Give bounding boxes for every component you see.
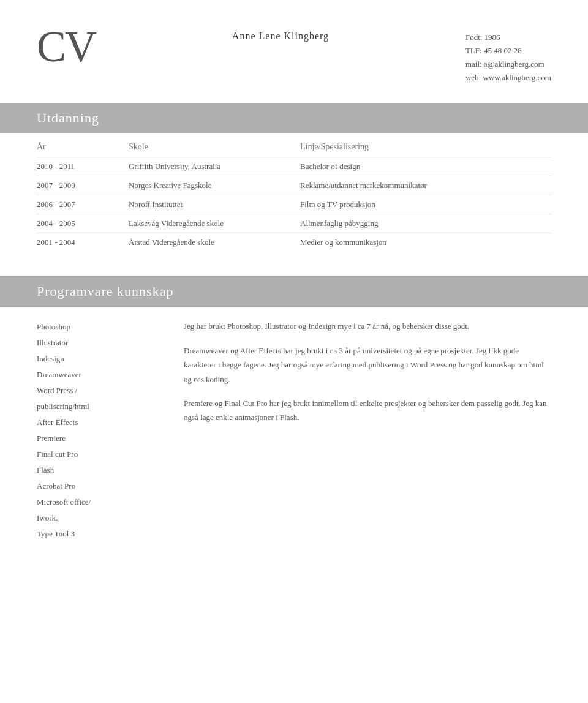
education-row: 2001 - 2004Årstad Videregående skoleMedi… bbox=[37, 233, 551, 252]
edu-school: Griffith University, Australia bbox=[129, 162, 300, 171]
software-item: publisering/html bbox=[37, 399, 159, 415]
education-title: Utdanning bbox=[37, 110, 551, 126]
software-item: Dreamweaver bbox=[37, 367, 159, 383]
software-paragraph: Jeg har brukt Photoshop, Illustrator og … bbox=[184, 319, 551, 333]
software-item: Microsoft office/ bbox=[37, 494, 159, 510]
edu-year: 2001 - 2004 bbox=[37, 238, 129, 247]
edu-linje: Reklame/utdannet merkekommunikatør bbox=[300, 181, 551, 190]
software-item: Photoshop bbox=[37, 319, 159, 335]
software-item: Final cut Pro bbox=[37, 446, 159, 462]
software-item: Word Press / bbox=[37, 383, 159, 399]
header: CV Anne Lene Klingberg Født: 1986 TLF: 4… bbox=[0, 0, 588, 103]
software-item: Illustrator bbox=[37, 335, 159, 351]
cv-logo: CV bbox=[37, 24, 96, 69]
edu-linje: Allmenfaglig påbygging bbox=[300, 219, 551, 228]
edu-linje: Film og TV-produksjon bbox=[300, 200, 551, 209]
education-row: 2004 - 2005Laksevåg Videregående skoleAl… bbox=[37, 214, 551, 233]
contact-info: Født: 1986 TLF: 45 48 02 28 mail: a@akli… bbox=[466, 24, 551, 85]
col-header-school: Skole bbox=[129, 142, 300, 152]
mail-text: mail: a@aklingberg.com bbox=[466, 58, 545, 71]
born-text: Født: 1986 bbox=[466, 31, 500, 44]
edu-year: 2004 - 2005 bbox=[37, 219, 129, 228]
software-item: Iwork. bbox=[37, 510, 159, 526]
edu-school: Norges Kreative Fagskole bbox=[129, 181, 300, 190]
col-header-year: År bbox=[37, 142, 129, 152]
edu-school: Laksevåg Videregående skole bbox=[129, 219, 300, 228]
education-row: 2010 - 2011Griffith University, Australi… bbox=[37, 157, 551, 176]
software-item: Flash bbox=[37, 462, 159, 478]
phone-text: TLF: 45 48 02 28 bbox=[466, 44, 522, 58]
edu-year: 2006 - 2007 bbox=[37, 200, 129, 209]
software-title: Programvare kunnskap bbox=[37, 284, 551, 299]
web-text: web: www.aklingberg.com bbox=[466, 71, 551, 85]
edu-school: Årstad Videregående skole bbox=[129, 238, 300, 247]
software-list: PhotoshopIllustratorIndesignDreamweaverW… bbox=[37, 319, 159, 542]
col-header-linje: Linje/Spesialisering bbox=[300, 142, 551, 152]
education-row: 2007 - 2009Norges Kreative FagskoleRekla… bbox=[37, 176, 551, 195]
education-section-header: Utdanning bbox=[0, 103, 588, 133]
edu-school: Noroff Instituttet bbox=[129, 200, 300, 209]
header-center: Anne Lene Klingberg bbox=[232, 24, 329, 42]
software-paragraph: Dreamweaver og After Effects har jeg bru… bbox=[184, 344, 551, 386]
software-item: Premiere bbox=[37, 430, 159, 446]
education-section: År Skole Linje/Spesialisering 2010 - 201… bbox=[0, 133, 588, 276]
software-item: Indesign bbox=[37, 351, 159, 367]
software-item: Acrobat Pro bbox=[37, 478, 159, 494]
education-column-headers: År Skole Linje/Spesialisering bbox=[37, 133, 551, 157]
education-rows: 2010 - 2011Griffith University, Australi… bbox=[37, 157, 551, 252]
edu-year: 2007 - 2009 bbox=[37, 181, 129, 190]
edu-year: 2010 - 2011 bbox=[37, 162, 129, 171]
software-section: PhotoshopIllustratorIndesignDreamweaverW… bbox=[0, 307, 588, 566]
software-item: Type Tool 3 bbox=[37, 526, 159, 542]
software-content: PhotoshopIllustratorIndesignDreamweaverW… bbox=[37, 307, 551, 542]
software-section-header: Programvare kunnskap bbox=[0, 276, 588, 307]
education-row: 2006 - 2007Noroff InstituttetFilm og TV-… bbox=[37, 195, 551, 214]
software-item: After Effects bbox=[37, 415, 159, 430]
page: CV Anne Lene Klingberg Født: 1986 TLF: 4… bbox=[0, 0, 588, 703]
software-paragraph: Premiere og Final Cut Pro har jeg brukt … bbox=[184, 396, 551, 425]
edu-linje: Medier og kommunikasjon bbox=[300, 238, 551, 247]
edu-linje: Bachelor of design bbox=[300, 162, 551, 171]
software-description: Jeg har brukt Photoshop, Illustrator og … bbox=[184, 319, 551, 542]
person-name: Anne Lene Klingberg bbox=[232, 31, 329, 42]
